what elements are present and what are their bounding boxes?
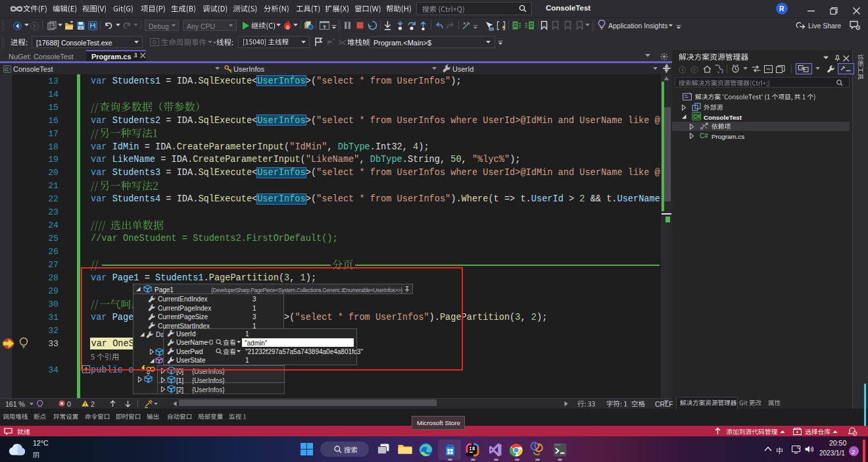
svg-text:C#: C# bbox=[700, 132, 708, 140]
svg-text:C: C bbox=[5, 66, 9, 72]
svg-text:C#: C# bbox=[693, 113, 700, 120]
